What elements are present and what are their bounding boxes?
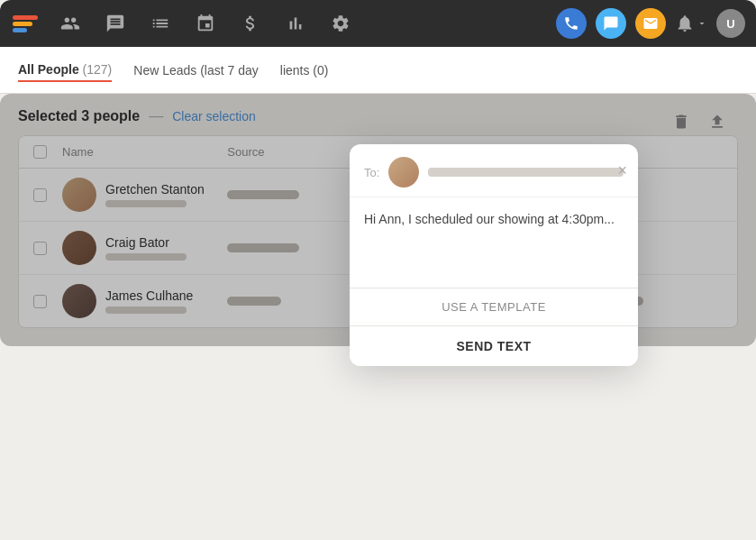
logo-bar-blue [13,28,27,32]
calendar-icon [196,14,215,33]
logo-bar-red [13,15,38,20]
phone-icon [563,15,579,32]
tab-all-people[interactable]: All People (127) [18,59,112,82]
nav-left-section [11,9,355,38]
main-content: Selected 3 people — Clear selection [0,94,756,346]
chart-nav-icon[interactable] [281,9,310,38]
modal-close-button[interactable]: × [617,162,627,178]
logo-bar-orange [13,22,32,26]
modal-overlay: To: × Hi Ann, I scheduled our showing at… [0,94,756,346]
phone-button[interactable] [556,8,587,39]
chat-icon [603,15,619,32]
tab-bar: All People (127) New Leads (last 7 day l… [0,47,756,94]
mail-icon [642,15,659,32]
tab-new-leads-label: New Leads (last 7 day [133,63,259,78]
dollar-nav-icon[interactable] [236,9,265,38]
user-avatar-nav[interactable]: U [716,9,745,38]
list-icon [150,14,170,33]
tab-clients-label: lients (0) [280,63,329,78]
messages-nav-icon[interactable] [101,9,130,38]
dollar-icon [241,14,260,33]
app-logo[interactable] [11,9,40,38]
tab-clients[interactable]: lients (0) [280,59,329,81]
tab-all-people-count: (127) [83,62,113,77]
tab-all-people-label: All People [18,62,79,77]
people-icon [60,14,80,33]
send-text-modal: To: × Hi Ann, I scheduled our showing at… [350,144,638,366]
modal-header: To: × [350,144,638,197]
nav-right-section: U [556,8,745,39]
modal-body: Hi Ann, I scheduled our showing at 4:30p… [350,197,638,288]
mail-button[interactable] [635,8,666,39]
chart-icon [286,14,305,33]
logo-stack [13,15,38,32]
notification-bell[interactable] [675,14,707,33]
settings-nav-icon[interactable] [326,9,355,38]
modal-message-text[interactable]: Hi Ann, I scheduled our showing at 4:30p… [364,210,624,229]
send-text-button[interactable]: SEND TEXT [350,326,638,366]
bell-icon [675,14,695,33]
gear-icon [331,14,351,33]
message-icon [105,14,125,33]
use-template-button[interactable]: USE A TEMPLATE [350,288,638,326]
modal-to-label: To: [364,166,379,179]
modal-footer: USE A TEMPLATE SEND TEXT [350,288,638,366]
top-navigation: U [0,0,756,47]
chat-button[interactable] [596,8,626,39]
list-nav-icon[interactable] [146,9,175,38]
tab-new-leads[interactable]: New Leads (last 7 day [133,59,259,81]
app-container: U All People (127) New Leads (last 7 day… [0,0,756,540]
modal-recipient-name-bar [428,168,624,177]
people-nav-icon[interactable] [56,9,85,38]
calendar-nav-icon[interactable] [191,9,220,38]
chevron-down-icon [697,18,707,29]
modal-recipient-avatar [388,157,419,188]
